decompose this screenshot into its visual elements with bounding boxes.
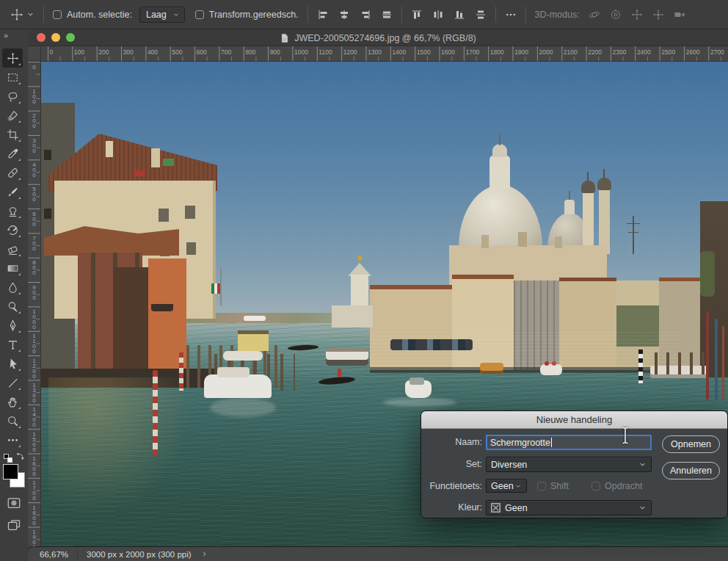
orbit-3d-icon[interactable] (589, 9, 600, 21)
ruler-h-label: 2100 (564, 48, 578, 56)
rectangular-marquee-tool[interactable] (2, 68, 23, 87)
ruler-h-label: 500 (172, 48, 182, 56)
foreground-color-swatch[interactable] (3, 464, 18, 479)
pan-3d-icon[interactable] (631, 9, 643, 21)
zoom-3d-icon[interactable] (674, 9, 685, 21)
dodge-tool[interactable] (2, 297, 23, 316)
gradient-tool[interactable] (2, 258, 23, 278)
threed-mode-label: 3D-modus: (535, 10, 580, 20)
brush-tool[interactable] (2, 182, 23, 201)
quick-mask-icon[interactable] (5, 495, 23, 511)
ruler-h-label: 2000 (539, 48, 553, 56)
distribute-h-icon[interactable] (432, 9, 444, 21)
ruler-h-label: 1100 (318, 48, 332, 56)
window-title-text: JWED-200505274696.jpg @ 66,7% (RGB/8) (294, 33, 476, 43)
align-right-icon[interactable] (360, 9, 371, 21)
name-label: Naam: (421, 435, 482, 450)
hand-tool[interactable] (2, 392, 23, 411)
quick-selection-tool[interactable] (2, 106, 23, 125)
zoom-level-field[interactable]: 66,67% (40, 550, 68, 559)
default-colors-icon[interactable] (7, 457, 12, 463)
window-title: JWED-200505274696.jpg @ 66,7% (RGB/8) (28, 29, 728, 46)
checkbox-box (592, 482, 600, 491)
name-value: Schermgrootte (490, 438, 550, 448)
divider (43, 7, 44, 23)
ruler-v-label: 0 (31, 64, 37, 69)
ruler-h-label: 2400 (637, 48, 651, 56)
show-transform-checkbox[interactable] (195, 10, 204, 19)
ruler-v-label: 900 (31, 284, 37, 300)
zoom-tool[interactable] (2, 411, 23, 430)
ruler-v-label: 1800 (31, 504, 37, 525)
ruler-v-label: 1700 (31, 479, 37, 500)
show-transform-label: Transform.gereedsch. (209, 10, 299, 20)
distribute-v-icon[interactable] (475, 9, 487, 21)
clone-stamp-tool[interactable] (2, 201, 23, 220)
ruler-h-label: 2600 (686, 48, 700, 56)
align-middle-icon[interactable] (381, 9, 393, 21)
edit-toolbar[interactable] (2, 430, 23, 449)
photo-distant-boat (244, 316, 266, 321)
status-bar: 66,67% 3000 px x 2000 px (300 ppi) (28, 546, 728, 561)
eyedropper-tool[interactable] (2, 144, 23, 163)
ruler-v-label: 1300 (31, 382, 37, 402)
document-window-titlebar[interactable]: JWED-200505274696.jpg @ 66,7% (RGB/8) (28, 29, 728, 46)
ruler-v-label: 200 (31, 112, 37, 128)
panel-expand-icon[interactable]: » (4, 31, 9, 40)
screen-mode-icon[interactable] (5, 517, 23, 533)
ruler-h-label: 2700 (710, 48, 724, 56)
lasso-tool[interactable] (2, 87, 23, 106)
color-label: Kleur: (421, 500, 482, 515)
ruler-h-label: 1300 (368, 48, 382, 56)
roll-3d-icon[interactable] (610, 9, 622, 21)
blur-tool[interactable] (2, 278, 23, 297)
new-action-dialog: Nieuwe handeling Naam: Schermgrootte Set… (421, 410, 728, 518)
path-selection-tool[interactable] (2, 354, 23, 373)
vertical-ruler[interactable]: 0100200300400500600700800900100011001200… (28, 62, 41, 546)
auto-select-checkbox[interactable] (53, 10, 62, 19)
ruler-v-label: 1900 (31, 529, 37, 546)
tool-preset-chevron-icon[interactable] (26, 10, 34, 18)
ruler-h-label: 600 (197, 48, 207, 56)
ruler-h-label: 2500 (661, 48, 675, 56)
ruler-h-label: 1500 (417, 48, 431, 56)
crop-tool[interactable] (2, 125, 23, 144)
color-value: Geen (505, 503, 528, 513)
ruler-v-label: 600 (31, 211, 37, 226)
spot-healing-brush-tool[interactable] (2, 163, 23, 182)
color-dropdown[interactable]: Geen (486, 500, 652, 515)
ruler-v-label: 800 (31, 259, 37, 275)
function-key-dropdown[interactable]: Geen (486, 479, 527, 493)
chevron-down-icon (514, 482, 522, 490)
line-tool[interactable] (2, 373, 23, 392)
align-icons-group (317, 9, 393, 21)
slide-3d-icon[interactable] (652, 9, 664, 21)
ruler-h-label: 1400 (392, 48, 406, 56)
swap-colors-icon[interactable] (15, 452, 26, 463)
chevron-down-icon (638, 504, 647, 512)
command-checkbox[interactable]: Opdracht (592, 479, 642, 493)
cancel-button[interactable]: Annuleren (662, 462, 720, 479)
more-options-icon[interactable] (505, 9, 517, 21)
record-button[interactable]: Opnemen (662, 435, 720, 453)
shift-checkbox[interactable]: Shift (537, 479, 569, 493)
eraser-tool[interactable] (2, 239, 23, 258)
horizontal-ruler[interactable]: 0100200300400500600700800900100011001200… (41, 46, 728, 62)
align-left-icon[interactable] (317, 9, 329, 21)
align-bottom-icon[interactable] (454, 9, 465, 21)
auto-select-label: Autom. selectie: (67, 10, 132, 20)
type-tool[interactable] (2, 335, 23, 354)
ruler-h-label: 1800 (490, 48, 504, 56)
ruler-h-label: 2200 (588, 48, 602, 56)
auto-select-target-dropdown[interactable]: Laag (139, 7, 185, 23)
align-icons-group (411, 9, 487, 21)
ruler-h-label: 1000 (294, 48, 308, 56)
move-tool[interactable] (2, 48, 23, 68)
pen-tool[interactable] (2, 316, 23, 335)
history-brush-tool[interactable] (2, 220, 23, 239)
function-key-label: Functietoets: (421, 479, 482, 494)
set-dropdown[interactable]: Diversen (486, 457, 652, 472)
align-top-icon[interactable] (411, 9, 423, 21)
chevron-right-icon[interactable] (200, 550, 208, 558)
align-center-h-icon[interactable] (338, 9, 350, 21)
